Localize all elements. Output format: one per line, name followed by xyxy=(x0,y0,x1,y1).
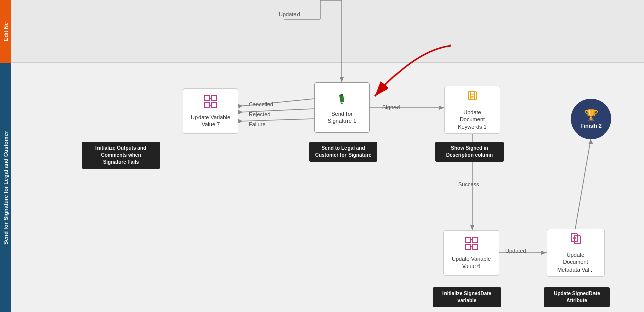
svg-marker-11 xyxy=(470,225,474,230)
send-for-signature-1-node[interactable]: Send forSignature 1 xyxy=(314,82,370,133)
svg-rect-20 xyxy=(205,103,210,108)
svg-rect-27 xyxy=(468,92,474,100)
sidebar-send-label: Send for Signature for Legal and Custome… xyxy=(3,131,9,245)
sidebar-edit: Edit Ne xyxy=(0,0,11,63)
root-container: Edit Ne Send for Signature for Legal and… xyxy=(0,0,644,312)
svg-rect-18 xyxy=(205,96,210,101)
svg-rect-26 xyxy=(341,94,343,96)
svg-rect-33 xyxy=(472,237,477,242)
sidebar-edit-label: Edit Ne xyxy=(3,22,9,41)
update-doc-keywords-icon xyxy=(465,90,479,107)
tooltip-initialize-signed-date-text: Initialize SignedDatevariable xyxy=(442,291,491,303)
svg-rect-28 xyxy=(470,92,476,100)
update-variable-7-node[interactable]: Update VariableValue 7 xyxy=(183,88,238,134)
update-document-keywords-1-node[interactable]: UpdateDocumentKeywords 1 xyxy=(444,86,500,134)
tooltip-initialize-outputs: Initialize Outputs andComments whenSigna… xyxy=(82,142,160,169)
svg-marker-25 xyxy=(340,102,343,104)
success-label: Success xyxy=(458,181,479,187)
trophy-icon: 🏆 xyxy=(584,109,598,122)
updated-bottom-label: Updated xyxy=(505,248,526,254)
svg-marker-13 xyxy=(541,251,547,255)
finish-2-label: Finish 2 xyxy=(580,123,602,129)
svg-rect-19 xyxy=(212,96,217,101)
update-variable-6-node[interactable]: Update VariableValue 6 xyxy=(443,230,499,276)
update-variable-6-label: Update VariableValue 6 xyxy=(452,255,491,270)
tooltip-initialize-signed-date: Initialize SignedDatevariable xyxy=(433,287,501,307)
canvas: Updated Cancelled Rejected Failure Signe… xyxy=(11,0,644,312)
svg-marker-1 xyxy=(340,77,344,82)
svg-rect-32 xyxy=(465,237,470,242)
svg-marker-15 xyxy=(588,139,593,144)
tooltip-send-to-legal-text: Send to Legal andCustomer for Signature xyxy=(315,145,372,158)
top-strip xyxy=(11,0,644,63)
update-variable-7-icon xyxy=(204,95,218,112)
update-document-metadata-node[interactable]: UpdateDocumentMetadata Val... xyxy=(547,229,605,277)
signed-label: Signed xyxy=(382,104,400,110)
tooltip-initialize-outputs-text: Initialize Outputs andComments whenSigna… xyxy=(95,145,146,165)
update-document-metadata-label: UpdateDocumentMetadata Val... xyxy=(557,251,594,273)
svg-marker-9 xyxy=(439,106,444,110)
rejected-label: Rejected xyxy=(249,111,270,117)
update-doc-metadata-icon xyxy=(569,232,583,249)
tooltip-show-signed-text: Show Signed inDescription column xyxy=(446,145,493,158)
update-variable-6-icon xyxy=(464,236,478,253)
svg-rect-21 xyxy=(212,103,217,108)
finish-2-node[interactable]: 🏆 Finish 2 xyxy=(571,99,611,139)
svg-rect-35 xyxy=(472,244,477,249)
updated-top-label: Updated xyxy=(279,11,300,17)
cancelled-label: Cancelled xyxy=(249,101,273,107)
tooltip-show-signed: Show Signed inDescription column xyxy=(435,142,504,162)
send-for-signature-1-label: Send forSignature 1 xyxy=(328,110,356,125)
sidebar-send: Send for Signature for Legal and Custome… xyxy=(0,63,11,312)
update-variable-7-label: Update VariableValue 7 xyxy=(191,114,230,128)
tooltip-send-to-legal: Send to Legal andCustomer for Signature xyxy=(309,142,377,162)
update-document-keywords-1-label: UpdateDocumentKeywords 1 xyxy=(458,109,486,130)
send-signature-icon xyxy=(335,91,349,108)
svg-rect-34 xyxy=(465,244,470,249)
tooltip-update-signed-date-text: Update SignedDateAttribute xyxy=(554,291,600,303)
tooltip-update-signed-date: Update SignedDateAttribute xyxy=(544,287,610,307)
failure-label: Failure xyxy=(249,121,266,127)
svg-line-14 xyxy=(575,139,591,229)
